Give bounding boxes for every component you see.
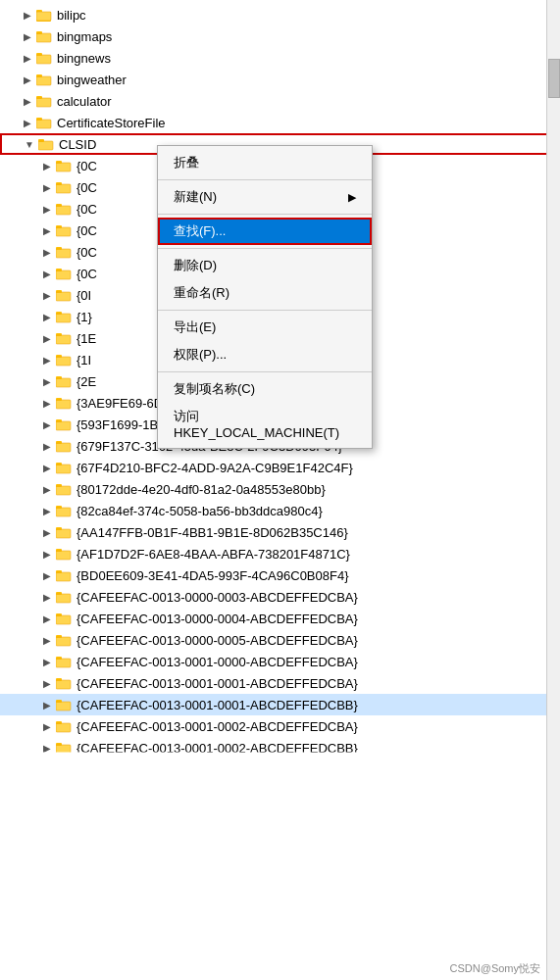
tree-item-CAFE0102B[interactable]: ▶ {CAFEEFAC-0013-0001-0002-ABCDEFFEDCBB} [0,737,560,759]
folder-icon [55,438,73,454]
scrollbar-thumb[interactable] [548,59,560,98]
folder-icon [55,503,73,518]
tree-item-CAFE0101B[interactable]: ▶ {CAFEEFAC-0013-0001-0001-ABCDEFFEDCBB} [0,694,560,715]
folder-icon [55,589,73,605]
expand-icon: ▶ [39,546,55,562]
svg-rect-52 [56,378,71,387]
svg-rect-29 [56,204,62,207]
folder-icon [55,611,73,626]
expand-icon: ▶ [39,460,55,475]
watermark: CSDN@Somy悦安 [450,961,540,976]
svg-rect-14 [36,96,42,99]
tree-item-CAFE0005[interactable]: ▶ {CAFEEFAC-0013-0000-0005-ABCDEFFEDCBA} [0,629,560,651]
tree-item-bilipc[interactable]: ▶ bilipc [0,4,560,25]
expand-icon: ▶ [39,179,55,195]
item-label: {1} [76,310,92,324]
svg-rect-8 [36,53,42,56]
expand-icon: ▶ [39,266,55,281]
expand-icon: ▶ [39,481,55,497]
folder-icon [55,373,73,389]
item-label: {80172dde-4e20-4df0-81a2-0a48553e80bb} [76,482,326,497]
folder-icon [55,654,73,669]
menu-item-label-permissions: 权限(P)... [174,346,227,364]
menu-divider [158,179,372,180]
tree-item-AA14[interactable]: ▶ {AA147FFB-0B1F-4BB1-9B1E-8D062B35C146} [0,521,560,543]
folder-icon [55,330,73,346]
tree-item-BD0E[interactable]: ▶ {BD0EE609-3E41-4DA5-993F-4CA96C0B08F4} [0,564,560,586]
svg-rect-85 [56,615,71,624]
menu-divider-3 [158,248,372,249]
item-label: {2E [76,374,96,389]
expand-icon-clsid: ▼ [22,136,37,152]
folder-icon [55,309,73,324]
expand-icon: ▶ [39,503,55,518]
item-label: {0C [76,159,97,173]
folder-icon [35,72,53,87]
tree-item-certificatestorefile[interactable]: ▶ CertificateStoreFile [0,112,560,133]
item-label: {67F4D210-BFC2-4ADD-9A2A-C9B9E1F42C4F} [76,461,353,475]
tree-item-67F4[interactable]: ▶ {67F4D210-BFC2-4ADD-9A2A-C9B9E1F42C4F} [0,457,560,478]
item-label: {0C [76,202,97,217]
tree-item-bingmaps[interactable]: ▶ bingmaps [0,25,560,47]
menu-item-collapse[interactable]: 折叠 [158,149,372,176]
svg-rect-20 [38,139,44,142]
expand-icon: ▶ [39,567,55,583]
menu-item-permissions[interactable]: 权限(P)... [158,341,372,368]
tree-item-bingnews[interactable]: ▶ bingnews [0,47,560,69]
svg-rect-46 [56,335,71,344]
svg-rect-19 [38,141,53,150]
menu-item-access-hklm[interactable]: 访问 HKEY_LOCAL_MACHINE(T) [158,403,372,445]
svg-rect-26 [56,182,62,185]
folder-icon [55,222,73,238]
expand-icon: ▶ [39,697,55,712]
item-label: {0I [76,288,91,303]
svg-rect-67 [56,486,71,495]
expand-icon: ▶ [39,611,55,626]
menu-item-label-new: 新建(N) [174,188,217,206]
item-label: {0C [76,223,97,238]
tree-item-CAFE0004[interactable]: ▶ {CAFEEFAC-0013-0000-0004-ABCDEFFEDCBA} [0,608,560,629]
tree-item-82ca[interactable]: ▶ {82ca84ef-374c-5058-ba56-bb3ddca980c4} [0,500,560,521]
tree-item-CAFE0102A[interactable]: ▶ {CAFEEFAC-0013-0001-0002-ABCDEFFEDCBA} [0,715,560,737]
menu-item-find[interactable]: 查找(F)... [158,218,372,245]
tree-item-AF1D[interactable]: ▶ {AF1D7D2F-6AE8-4BAA-ABFA-738201F4871C} [0,543,560,564]
svg-rect-89 [56,635,62,638]
menu-item-new[interactable]: 新建(N) ▶ [158,183,372,211]
folder-icon [55,460,73,475]
svg-rect-91 [56,659,71,667]
svg-rect-62 [56,441,62,444]
menu-divider-4 [158,310,372,311]
svg-rect-4 [36,33,51,42]
tree-item-CAFE0003[interactable]: ▶ {CAFEEFAC-0013-0000-0003-ABCDEFFEDCBA} [0,586,560,608]
folder-icon [55,718,73,734]
svg-rect-77 [56,549,62,552]
svg-rect-101 [56,721,62,724]
svg-rect-86 [56,613,62,616]
folder-icon [55,266,73,281]
expand-icon: ▶ [39,589,55,605]
menu-divider-5 [158,371,372,372]
menu-item-rename[interactable]: 重命名(R) [158,279,372,307]
folder-icon [35,50,53,66]
tree-item-bingweather[interactable]: ▶ bingweather [0,69,560,90]
svg-rect-25 [56,184,71,193]
menu-item-delete[interactable]: 删除(D) [158,252,372,279]
item-label-clsid: CLSID [59,137,96,152]
expand-icon: ▶ [39,416,55,432]
svg-rect-50 [56,355,62,358]
menu-item-label-access-hklm: 访问 HKEY_LOCAL_MACHINE(T) [174,408,356,440]
scrollbar[interactable] [546,0,560,980]
svg-rect-2 [36,12,51,21]
item-label: bingweather [57,73,127,87]
item-label: {CAFEEFAC-0013-0000-0004-ABCDEFFEDCBA} [76,612,358,626]
menu-item-export[interactable]: 导出(E) [158,314,372,341]
menu-item-copy-name[interactable]: 复制项名称(C) [158,375,372,403]
tree-item-CAFE0100[interactable]: ▶ {CAFEEFAC-0013-0001-0000-ABCDEFFEDCBA} [0,651,560,672]
item-label: {CAFEEFAC-0013-0001-0000-ABCDEFFEDCBA} [76,655,358,669]
item-label: {82ca84ef-374c-5058-ba56-bb3ddca980c4} [76,504,323,518]
svg-rect-40 [56,292,71,301]
tree-item-calculator[interactable]: ▶ calculator [0,90,560,112]
tree-item-CAFE0101A[interactable]: ▶ {CAFEEFAC-0013-0001-0001-ABCDEFFEDCBA} [0,672,560,694]
tree-item-8017[interactable]: ▶ {80172dde-4e20-4df0-81a2-0a48553e80bb} [0,478,560,500]
svg-rect-32 [56,225,62,228]
